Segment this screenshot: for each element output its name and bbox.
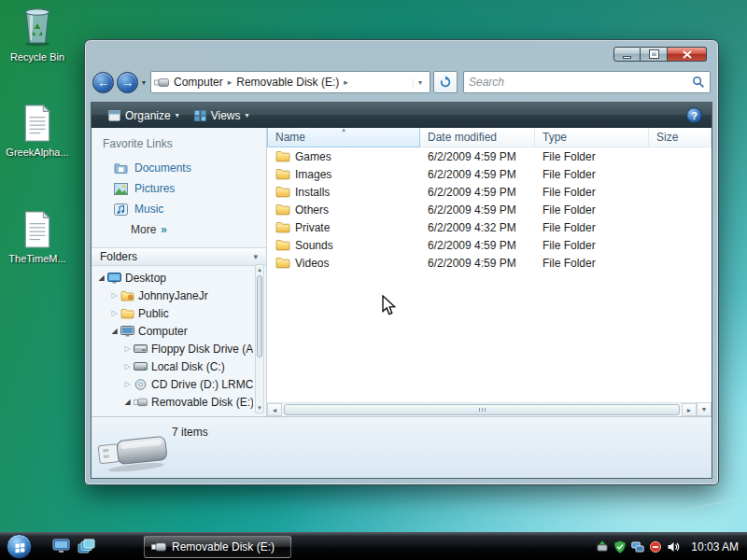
scroll-left-icon[interactable]: ◄: [267, 403, 282, 416]
volume-icon[interactable]: [667, 540, 680, 553]
folder-icon: [275, 186, 290, 198]
maximize-button[interactable]: [641, 47, 668, 62]
more-chevrons-icon: »: [161, 223, 167, 236]
safely-remove-hardware-icon[interactable]: [596, 540, 609, 553]
desktop-icon-recycle-bin[interactable]: Recycle Bin: [2, 4, 73, 63]
scrollbar-track[interactable]: [282, 403, 682, 416]
command-toolbar: Organize ▾ Views ▾ ?: [92, 103, 712, 128]
tree-expander-expanded[interactable]: ◢: [108, 327, 120, 335]
search-input[interactable]: [469, 76, 692, 89]
file-row-private[interactable]: Private 6/2/2009 4:32 PM File Folder: [267, 218, 712, 236]
tree-scrollbar-thumb[interactable]: [257, 275, 262, 357]
switch-windows-icon[interactable]: [78, 539, 95, 554]
views-button[interactable]: Views ▾: [187, 106, 257, 125]
tree-item-desktop[interactable]: ◢ Desktop: [95, 269, 253, 287]
desktop-icon-label: Recycle Bin: [2, 51, 73, 63]
folder-icon: [275, 257, 290, 269]
desktop-icon-thetimem[interactable]: TheTimeM...: [2, 211, 73, 265]
taskbar-button-label: Removable Disk (E:): [172, 540, 275, 553]
file-row-videos[interactable]: Videos 6/2/2009 4:59 PM File Folder: [267, 254, 712, 272]
tree-item-removable-disk-e[interactable]: ◢ Removable Disk (E:): [95, 393, 253, 411]
notification-icon[interactable]: [649, 540, 662, 553]
taskbar: Removable Disk (E:) 10:03 AM: [0, 532, 747, 560]
help-button[interactable]: ?: [686, 107, 702, 123]
column-label: Date modified: [428, 131, 497, 144]
status-items-count: 7 items: [172, 426, 208, 439]
column-header-size[interactable]: Size: [649, 128, 712, 147]
back-button[interactable]: ←: [92, 72, 114, 93]
explorer-content: Favorite Links Documents Pictures: [92, 128, 712, 416]
maximize-icon: [650, 50, 658, 58]
folder-icon: [275, 221, 290, 233]
tree-expander-collapsed[interactable]: ▷: [121, 344, 134, 353]
window-titlebar[interactable]: [85, 40, 718, 66]
tree-expander-collapsed[interactable]: ▷: [108, 309, 120, 317]
file-row-others[interactable]: Others 6/2/2009 4:59 PM File Folder: [267, 201, 712, 218]
favorite-link-music[interactable]: Music: [92, 199, 266, 219]
tree-expander-collapsed[interactable]: ▷: [121, 362, 134, 371]
close-button[interactable]: [668, 47, 707, 62]
scroll-down-button[interactable]: ▼: [697, 402, 712, 416]
more-links-button[interactable]: More »: [92, 219, 266, 240]
quick-launch: [52, 539, 95, 554]
security-shield-icon[interactable]: [613, 540, 627, 553]
folders-band[interactable]: Folders ▾: [92, 247, 266, 266]
column-headers: ▴ Name Date modified Type Size: [267, 128, 712, 147]
scroll-down-icon[interactable]: ▼: [256, 403, 263, 413]
file-row-games[interactable]: Games 6/2/2009 4:59 PM File Folder: [267, 147, 712, 165]
file-type: File Folder: [535, 239, 649, 252]
tree-expander-collapsed[interactable]: ▷: [108, 291, 120, 300]
views-icon: [194, 110, 206, 121]
tree-expander-collapsed[interactable]: ▷: [121, 380, 134, 388]
taskbar-clock[interactable]: 10:03 AM: [691, 540, 739, 553]
navigation-bar: ← → ▾ Computer ▸ Removable Disk (E:) ▸ ▾: [92, 67, 711, 97]
tree-item-local-disk-c[interactable]: ▷ Local Disk (C:): [95, 357, 253, 375]
navigation-pane: Favorite Links Documents Pictures: [92, 128, 267, 416]
breadcrumb-segment-computer[interactable]: Computer: [169, 76, 228, 89]
forward-button[interactable]: →: [117, 72, 138, 93]
desktop: { "desktop": { "icons": [ { "label": "Re…: [0, 0, 747, 560]
address-dropdown-button[interactable]: ▾: [413, 78, 427, 87]
column-header-date-modified[interactable]: Date modified: [420, 128, 535, 147]
tree-item-public[interactable]: ▷ Public: [95, 304, 253, 322]
column-header-type[interactable]: Type: [535, 128, 649, 147]
horizontal-scrollbar[interactable]: ◄ ►: [267, 402, 697, 416]
forward-icon: →: [121, 76, 134, 90]
breadcrumb-segment-removable-disk[interactable]: Removable Disk (E:): [232, 76, 344, 89]
taskbar-button-removable-disk[interactable]: Removable Disk (E:): [144, 536, 291, 558]
file-row-sounds[interactable]: Sounds 6/2/2009 4:59 PM File Folder: [267, 236, 712, 254]
favorite-link-label: Pictures: [134, 182, 175, 195]
tree-item-cd-drive-d[interactable]: ▷ CD Drive (D:) LRMCF: [95, 375, 253, 393]
tree-item-johnnyjanejr[interactable]: ▷ JohnnyJaneJr: [95, 287, 253, 304]
tree-item-floppy-drive[interactable]: ▷ Floppy Disk Drive (A: [95, 340, 253, 357]
file-row-images[interactable]: Images 6/2/2009 4:59 PM File Folder: [267, 165, 712, 183]
favorite-link-pictures[interactable]: Pictures: [92, 178, 266, 199]
minimize-button[interactable]: [613, 47, 641, 62]
column-header-name[interactable]: ▴ Name: [267, 128, 420, 147]
desktop-icon-greekalpha[interactable]: GreekAlpha...: [2, 105, 73, 159]
scroll-right-icon[interactable]: ►: [682, 403, 697, 416]
refresh-button[interactable]: [433, 71, 458, 93]
start-button[interactable]: [7, 534, 32, 559]
more-label: More: [131, 223, 156, 236]
tree-expander-expanded[interactable]: ◢: [121, 398, 134, 406]
show-desktop-icon[interactable]: [52, 539, 70, 554]
scroll-up-icon[interactable]: ▲: [256, 265, 263, 274]
address-bar[interactable]: Computer ▸ Removable Disk (E:) ▸ ▾: [150, 71, 430, 93]
breadcrumb-separator-icon[interactable]: ▸: [344, 77, 348, 87]
network-icon[interactable]: [631, 540, 644, 553]
back-icon: ←: [97, 76, 109, 90]
scrollbar-thumb[interactable]: [284, 404, 680, 415]
tree-item-computer[interactable]: ◢ Computer: [95, 322, 253, 340]
tree-scrollbar[interactable]: ▲ ▼: [255, 264, 264, 413]
tree-expander-expanded[interactable]: ◢: [95, 273, 107, 282]
favorite-link-documents[interactable]: Documents: [92, 158, 266, 178]
search-icon[interactable]: [692, 76, 705, 89]
tree-item-label: Local Disk (C:): [151, 360, 225, 373]
file-row-installs[interactable]: Installs 6/2/2009 4:59 PM File Folder: [267, 183, 712, 201]
tree-item-label: JohnnyJaneJr: [138, 289, 208, 302]
search-box: [463, 71, 711, 93]
organize-button[interactable]: Organize ▾: [101, 106, 187, 125]
location-icon[interactable]: [154, 77, 169, 88]
history-dropdown-button[interactable]: ▾: [142, 78, 146, 87]
